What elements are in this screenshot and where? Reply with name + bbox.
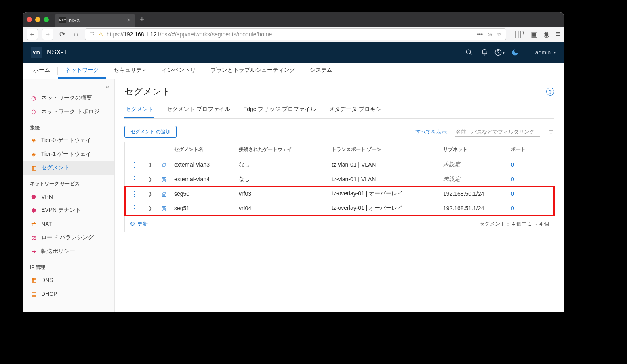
library-icon[interactable]: |||\ [514, 30, 525, 38]
back-button[interactable]: ← [27, 29, 38, 40]
sidebar-item[interactable]: ⊕Tier-0 ゲートウェイ [23, 134, 114, 147]
port-link[interactable]: 0 [511, 190, 514, 197]
dhcp-icon: ▤ [30, 290, 37, 297]
expand-row-icon[interactable]: ❯ [148, 191, 152, 197]
meatballs-icon[interactable]: ••• [477, 31, 483, 38]
col-port[interactable]: ポート [508, 142, 554, 157]
port-link[interactable]: 0 [511, 205, 514, 211]
sidebar-item[interactable]: ⬣VPN [23, 190, 114, 203]
cell-subnet: 未設定 [440, 172, 508, 187]
fwd-icon: ↪ [30, 248, 37, 255]
sub-tab-1[interactable]: セグメント プロファイル [166, 102, 231, 118]
browser-toolbar-right: |||\ ▣ ◉ ≡ [514, 30, 560, 39]
col-transport-zone[interactable]: トランスポート ゾーン [328, 142, 440, 157]
sidebar-item[interactable]: ▤DHCP [23, 287, 114, 301]
maximize-window-icon[interactable] [44, 17, 49, 22]
page-help-icon[interactable]: ? [546, 88, 554, 96]
row-actions-icon[interactable]: ⋮ [131, 205, 137, 212]
url-bar[interactable]: 🛡 ⚠ https://192.168.1.121/nsx/#/app/netw… [85, 28, 506, 40]
topology-icon: ⬡ [30, 108, 37, 115]
lb-icon: ⚖ [30, 234, 37, 241]
sub-tab-0[interactable]: セグメント [124, 102, 154, 118]
svg-point-0 [466, 50, 471, 54]
top-tab-4[interactable]: プランとトラブルシューティング [203, 63, 303, 79]
bell-icon[interactable] [477, 45, 492, 60]
sub-tab-2[interactable]: Edge ブリッジ プロファイル [242, 102, 317, 118]
browser-toolbar: ← → ⟳ ⌂ 🛡 ⚠ https://192.168.1.121/nsx/#/… [23, 27, 564, 42]
sidebar-item[interactable]: ⇄NAT [23, 217, 114, 231]
row-actions-icon[interactable]: ⋮ [131, 190, 137, 197]
menu-icon[interactable]: ≡ [555, 30, 560, 38]
new-tab-button[interactable]: + [139, 14, 145, 25]
reload-button[interactable]: ⟳ [57, 30, 67, 39]
port-link[interactable]: 0 [511, 176, 514, 182]
sidebar-item-label: NAT [41, 221, 52, 227]
sidebar-item[interactable]: ▦DNS [23, 273, 114, 287]
dark-mode-icon[interactable] [507, 45, 523, 60]
sidebar-item-label: 転送ポリシー [41, 248, 75, 255]
close-window-icon[interactable] [27, 17, 32, 22]
cell-tz: tz-vlan-01 | VLAN [328, 157, 440, 172]
page-title: セグメント [124, 86, 171, 98]
sidebar-item[interactable]: ↪転送ポリシー [23, 245, 114, 258]
col-subnet[interactable]: サブネット [440, 142, 508, 157]
expand-row-icon[interactable]: ❯ [148, 162, 152, 167]
expand-row-icon[interactable]: ❯ [148, 176, 152, 182]
sidebar-item[interactable]: ⬡ネットワーク トポロジ [23, 105, 114, 119]
row-actions-icon[interactable]: ⋮ [131, 161, 137, 168]
primary-nav: ホームネットワークセキュリティインベントリプランとトラブルシューティングシステム [23, 63, 564, 79]
cell-tz: tz-vlan-01 | VLAN [328, 172, 440, 186]
sub-tab-3[interactable]: メタデータ プロキシ [328, 102, 382, 118]
port-link[interactable]: 0 [511, 161, 514, 168]
sidebar-toggle-icon[interactable]: ▣ [531, 30, 538, 39]
col-name[interactable]: セグメント名 [171, 142, 236, 157]
filter-icon[interactable] [548, 129, 554, 135]
table-footer: 更新 セグメント： 4 個中 1 ～ 4 個 [124, 216, 554, 232]
sidebar-item[interactable]: ⬢EVPN テナント [23, 203, 114, 217]
collapse-sidebar-button[interactable]: « [23, 82, 114, 91]
top-tab-5[interactable]: システム [303, 63, 340, 79]
row-actions-icon[interactable]: ⋮ [131, 176, 137, 183]
sidebar-item-label: ロード バランシング [41, 234, 94, 241]
reader-icon[interactable]: ☺ [487, 31, 492, 38]
dns-icon: ▦ [30, 276, 37, 284]
expand-row-icon[interactable]: ❯ [148, 205, 152, 211]
top-tab-3[interactable]: インベントリ [155, 63, 203, 79]
filter-input[interactable] [455, 127, 540, 137]
table-header: セグメント名 接続されたゲートウェイ トランスポート ゾーン サブネット ポート [125, 142, 554, 157]
top-tab-0[interactable]: ホーム [26, 63, 57, 79]
account-icon[interactable]: ◉ [543, 30, 550, 39]
cell-port: 0 [508, 201, 554, 215]
refresh-button[interactable]: 更新 [130, 220, 148, 228]
search-icon[interactable] [461, 45, 477, 60]
expand-all-link[interactable]: すべてを表示 [415, 128, 447, 136]
sub-tabs: セグメントセグメント プロファイルEdge ブリッジ プロファイルメタデータ プ… [124, 102, 554, 119]
help-icon[interactable]: ▾ [492, 45, 507, 60]
minimize-window-icon[interactable] [35, 17, 40, 22]
sidebar-item[interactable]: ⊕Tier-1 ゲートウェイ [23, 147, 114, 161]
sidebar-item[interactable]: ⚖ロード バランシング [23, 231, 114, 245]
sidebar-item[interactable]: ◔ネットワークの概要 [23, 91, 114, 105]
segment-icon: ▧ [161, 176, 167, 183]
cell-gateway: なし [236, 172, 328, 187]
sidebar-item-label: ネットワーク トポロジ [41, 108, 99, 115]
top-tab-1[interactable]: ネットワーク [58, 63, 106, 79]
tab-title: NSX [69, 17, 80, 23]
sidebar-item[interactable]: ▥セグメント [23, 161, 114, 175]
window-controls [27, 17, 49, 22]
top-tab-2[interactable]: セキュリティ [106, 63, 155, 79]
segment-icon: ▧ [161, 161, 167, 168]
home-button[interactable]: ⌂ [71, 30, 81, 38]
cell-subnet: 未設定 [440, 157, 508, 172]
segment-icon: ▥ [30, 164, 37, 172]
shield-icon: 🛡 [89, 31, 95, 38]
favicon-icon: NSX [59, 17, 66, 23]
col-gateway[interactable]: 接続されたゲートウェイ [236, 142, 328, 157]
user-menu[interactable]: admin ▾ [535, 49, 556, 56]
close-tab-icon[interactable]: × [127, 17, 130, 24]
bookmark-icon[interactable]: ☆ [497, 31, 502, 38]
browser-tab[interactable]: NSX NSX × [55, 14, 135, 27]
sidebar-item-label: Tier-0 ゲートウェイ [41, 137, 91, 144]
cell-tz: tz-overlay-01 | オーバーレイ [328, 201, 440, 216]
add-segment-button[interactable]: セグメント の追加 [124, 126, 177, 138]
